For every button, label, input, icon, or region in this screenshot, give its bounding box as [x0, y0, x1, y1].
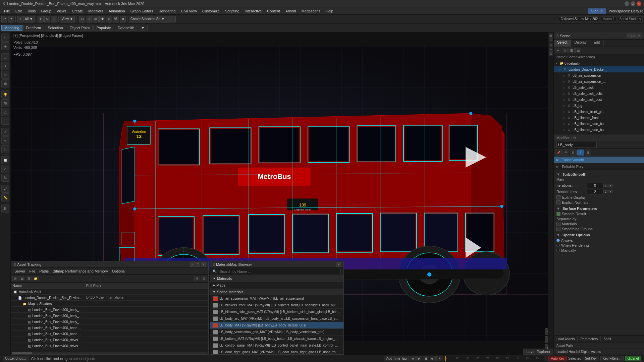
move-button[interactable]: ✛ [38, 16, 44, 22]
surface-params-header[interactable]: ▼ Surface Parameters [556, 206, 641, 210]
subtool-object-paint[interactable]: Object Paint [67, 25, 93, 31]
tl-add-btn[interactable]: + [436, 356, 442, 361]
scene-filter-btn3[interactable]: ▦ [575, 48, 581, 53]
iter-down[interactable]: ▼ [608, 184, 613, 187]
layer-explorer-tab[interactable]: Layer Explorer [523, 349, 553, 355]
tool6[interactable]: % [113, 16, 119, 22]
scene-item[interactable]: ▷ ⊞ LB_air_suspension [554, 72, 644, 78]
signin-button[interactable]: Sign In [588, 8, 606, 14]
menu-megascans[interactable]: Megascans [299, 8, 323, 14]
mod-pin-btn[interactable]: 📌 [555, 149, 562, 156]
asset-minimize[interactable]: − [190, 262, 195, 267]
scene-minimize[interactable]: − [626, 34, 631, 38]
scene-list[interactable]: ▼ 📁 0 (default) ▷ ⊞ London_Double_Decker… [554, 60, 644, 134]
menu-content[interactable]: Content [264, 8, 283, 14]
mat-section-scene-materials[interactable]: ▼Scene Materials [210, 289, 343, 295]
at-btn4[interactable]: 📁 [33, 276, 39, 281]
quixel-bridge-btn[interactable]: Quixel Bridg... [3, 356, 29, 361]
manually-radio[interactable] [556, 249, 560, 252]
menu-customize[interactable]: Customize [200, 8, 222, 14]
materials-checkbox[interactable] [556, 222, 560, 226]
menu-edit[interactable]: Edit [13, 8, 24, 14]
riter-up[interactable]: ▲ [603, 190, 608, 193]
tool3[interactable]: ⊞ [93, 16, 99, 22]
mat-section-maps[interactable]: ▶Maps [210, 282, 343, 289]
menu-help[interactable]: Help [323, 8, 336, 14]
scene-item[interactable]: ▼ 📁 0 (default) [554, 60, 644, 66]
tl-next-btn[interactable]: ⏭ [430, 356, 436, 361]
mod-active-btn[interactable]: T [577, 149, 584, 156]
scene-item[interactable]: ▷ ⊞ LB_bg [554, 103, 644, 109]
timeline-playhead[interactable] [445, 356, 446, 361]
asset-close[interactable]: ✕ [201, 262, 206, 267]
subtool-freeform[interactable]: Freeform [23, 25, 44, 31]
scene-close[interactable]: ✕ [637, 34, 641, 38]
asset-menu-file[interactable]: File [27, 268, 37, 274]
update-options-header[interactable]: ▼ Update Options [556, 233, 641, 237]
tl-play-btn[interactable]: ▶ [416, 356, 422, 361]
lt-cursor[interactable]: ↖ [1, 34, 9, 42]
scene-item[interactable]: ▷ ⊞ LB_axle_back_post [554, 97, 644, 103]
clip2net-btn[interactable]: clip2net [625, 356, 641, 361]
lt-taper[interactable]: ▷ [1, 145, 9, 153]
menu-modifiers[interactable]: Modifiers [86, 8, 106, 14]
redo-button[interactable]: ↷ [8, 16, 14, 22]
asset-maximize[interactable]: □ [196, 262, 200, 267]
menu-rendering[interactable]: Rendering [156, 8, 178, 14]
tool2[interactable]: ⊟ [86, 16, 92, 22]
tl-stop-btn[interactable]: ⏹ [423, 356, 429, 361]
scene-item[interactable]: ▷ ⊞ LB_axle_back_bolts [554, 90, 644, 97]
scene-tab-display[interactable]: Display [571, 40, 590, 47]
material-row[interactable]: LB_bottom_MAT (VRayMtl) [LB_body_bottom,… [210, 336, 343, 342]
at-btn1[interactable]: ⊞ [12, 276, 18, 281]
tl-prev-btn[interactable]: ⏮ [410, 356, 416, 361]
material-row[interactable]: LB_control_panel_MAT (VRayMtl) [LB_contr… [210, 342, 343, 349]
tool4[interactable]: ✚ [99, 16, 105, 22]
asset-row[interactable]: 🖼 London_Bus_Enviro400_body_ventelation_… [11, 319, 208, 325]
tool1[interactable]: ⊡ [79, 16, 85, 22]
mat-section-materials[interactable]: ▼Materials [210, 275, 343, 282]
lt-measure[interactable]: 📏 [1, 193, 9, 201]
material-search-input[interactable] [218, 269, 341, 274]
material-row[interactable]: LB_air_suspension_MAT (VRayMtl) [LB_air_… [210, 295, 343, 302]
asset-row[interactable]: 🖼 London_Bus_Enviro400_driver_cab_contro… [11, 343, 208, 349]
auto-key-btn[interactable]: Auto Key [548, 356, 567, 361]
tab-parameters[interactable]: Parameters [578, 337, 601, 342]
menu-graph-editors[interactable]: Graph Editors [128, 8, 156, 14]
material-row[interactable]: LB_body_arc_MAT (VRayMtl) [LB_body_arc,L… [210, 315, 343, 322]
menu-file[interactable]: File [1, 8, 13, 14]
menu-interactive[interactable]: Interactive [242, 8, 265, 14]
subtool-modeling[interactable]: Modeling [1, 25, 22, 31]
lt-geo[interactable]: △ [1, 108, 9, 116]
when-rendering-radio[interactable] [556, 244, 560, 247]
asset-hscrollbar[interactable] [11, 351, 208, 354]
scene-item[interactable]: ▷ ⊞ LB_blinkers_side_ba... [554, 121, 644, 127]
scene-filter-btn2[interactable]: ☰ [569, 48, 575, 53]
menu-group[interactable]: Group [38, 8, 54, 14]
material-row[interactable]: LB_blinkers_front_MAT (VRayMtl) [LB_blin… [210, 302, 343, 309]
asset-row[interactable]: 📄 London_Double_Decker_Bus_Enviro_400_ma… [11, 295, 208, 301]
scene-tab-select[interactable]: Select [554, 40, 571, 47]
add-time-tag-btn[interactable]: Add Time Tag [384, 356, 409, 361]
lt-scale[interactable]: ⊞ [1, 79, 9, 87]
iter-up[interactable]: ▲ [603, 184, 608, 187]
undo-button[interactable]: ↶ [1, 16, 7, 22]
explicit-normals-checkbox[interactable] [556, 200, 560, 204]
asset-table-body[interactable]: 🔲 Autodesk Vault 📄 London_Double_Decker_… [11, 289, 208, 351]
tool7[interactable]: ⊗ [120, 16, 126, 22]
vp-icon-4[interactable]: ◈ [549, 48, 553, 52]
smooth-result-checkbox[interactable] [556, 212, 560, 216]
asset-menu-server[interactable]: Server [12, 268, 27, 274]
material-close[interactable]: ✕ [336, 262, 341, 267]
asset-row[interactable]: 🖼 London_Bus_Enviro400_body_diffuse.png [11, 307, 208, 313]
menu-scripting[interactable]: Scripting [222, 8, 242, 14]
menu-civil-view[interactable]: Civil View [178, 8, 199, 14]
scale-button[interactable]: ⊞ [51, 16, 57, 22]
lt-camera[interactable]: 📷 [1, 99, 9, 107]
tab-load-assets[interactable]: Load Assets [554, 337, 578, 342]
workspaces-dropdown[interactable]: Workspaces: Default [609, 9, 643, 13]
asset-menu-paths[interactable]: Paths [37, 268, 51, 274]
lt-percent[interactable]: % [1, 174, 9, 182]
scene-item[interactable]: ▷ ⊞ LB_blinker_front_gl... [554, 109, 644, 115]
select-name-button[interactable]: All ▼ [23, 16, 35, 22]
